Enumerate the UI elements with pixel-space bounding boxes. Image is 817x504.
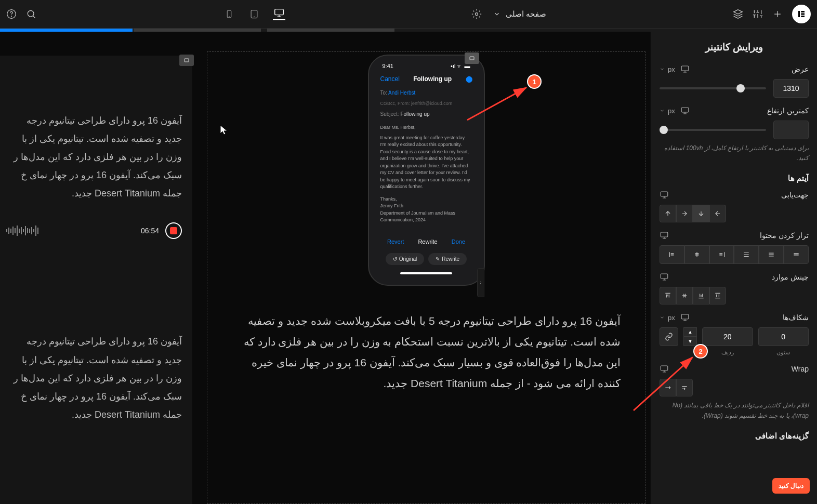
gap-col-input[interactable]: [758, 327, 809, 346]
justify-end[interactable]: [709, 245, 734, 264]
mouse-cursor: [219, 124, 229, 136]
phone-pills: ↺ Original ✎ Rewrite: [374, 250, 479, 268]
side-text-1: آیفون 16 پرو دارای طراحی تیتانیوم درجه ج…: [6, 112, 182, 203]
top-toolbar: صفحه اصلی: [0, 0, 817, 29]
svg-rect-9: [801, 14, 805, 15]
waveform: [6, 223, 135, 238]
justify-control: تراز کردن محتوا: [660, 231, 809, 264]
panel-title: ویرایش کانتینر: [660, 41, 809, 53]
page-label: صفحه اصلی: [506, 9, 546, 19]
side-column: آیفون 16 پرو دارای طراحی تیتانیوم درجه ج…: [0, 56, 192, 504]
settings-icon[interactable]: [471, 9, 482, 19]
search-icon[interactable]: [26, 9, 36, 19]
responsive-icon[interactable]: [680, 64, 690, 74]
svg-rect-19: [681, 314, 689, 319]
justify-start[interactable]: [660, 245, 684, 264]
svg-rect-10: [801, 16, 805, 17]
justify-between[interactable]: [734, 245, 759, 264]
watermark: دنبال کنید: [772, 478, 810, 494]
arrow-annotation-1: [465, 84, 532, 125]
extra-section-header: گزینه‌های اضافی: [660, 431, 809, 441]
svg-rect-7: [798, 11, 800, 17]
add-icon[interactable]: [772, 9, 783, 19]
justify-label: تراز کردن محتوا: [760, 231, 809, 240]
record-button[interactable]: [165, 222, 182, 239]
sliders-icon[interactable]: [753, 9, 763, 19]
responsive-icon[interactable]: [680, 106, 690, 115]
responsive-icon[interactable]: [660, 190, 669, 200]
container-handle-right[interactable]: [465, 52, 479, 64]
svg-point-2: [28, 10, 34, 17]
help-icon[interactable]: [6, 9, 17, 19]
align-center[interactable]: [676, 287, 693, 304]
svg-rect-8: [801, 11, 805, 12]
page-selector[interactable]: صفحه اصلی: [493, 9, 546, 19]
align-start[interactable]: [660, 287, 676, 304]
phone-home-bar: [400, 272, 452, 274]
callout-2: 2: [693, 344, 708, 359]
gap-row-input[interactable]: [702, 327, 753, 346]
pill-rewrite: ✎ Rewrite: [428, 253, 467, 265]
direction-up[interactable]: [660, 205, 676, 222]
gaps-label: شکاف‌ها: [783, 313, 809, 322]
phone-cc: Cc/Bcc, From: jenfrith@icloud.com: [374, 99, 479, 108]
align-end[interactable]: [693, 287, 709, 304]
justify-center[interactable]: [684, 245, 709, 264]
align-stretch[interactable]: [709, 287, 726, 304]
min-height-slider[interactable]: [660, 129, 766, 131]
svg-point-1: [11, 16, 12, 17]
gap-row-label: ردیف: [721, 349, 734, 356]
layers-icon[interactable]: [733, 9, 743, 19]
phone-cancel: Cancel: [380, 75, 400, 83]
arrow-annotation-2: [631, 353, 699, 416]
svg-line-13: [467, 88, 526, 120]
tablet-device-btn[interactable]: [248, 8, 260, 20]
direction-label: جهت‌یابی: [781, 191, 809, 199]
min-height-label: کمترین ارتفاع: [767, 107, 809, 115]
direction-left[interactable]: [709, 205, 726, 222]
panel-toggle[interactable]: [477, 268, 484, 297]
phone-rewrite: Rewrite: [418, 238, 437, 245]
width-unit[interactable]: px: [660, 65, 675, 73]
callout-1: 1: [527, 74, 542, 89]
svg-rect-17: [661, 232, 668, 237]
align-control: چینش موارد: [660, 272, 809, 304]
width-slider[interactable]: [660, 87, 766, 89]
min-height-input[interactable]: [773, 121, 809, 139]
svg-rect-16: [661, 192, 668, 196]
min-height-unit[interactable]: px: [660, 107, 675, 115]
responsive-icon[interactable]: [680, 313, 690, 322]
gaps-unit[interactable]: px: [660, 314, 675, 322]
recording-bar: 06:54: [6, 222, 182, 239]
responsive-icon[interactable]: [660, 272, 669, 282]
svg-point-6: [476, 13, 478, 16]
svg-line-21: [634, 357, 692, 410]
direction-control: جهت‌یابی: [660, 190, 809, 222]
canvas[interactable]: آیفون 16 پرو دارای طراحی تیتانیوم درجه ج…: [0, 32, 651, 504]
items-section-header: آیتم ها: [660, 174, 809, 183]
gap-spinner[interactable]: ▲▼: [683, 327, 697, 346]
justify-around[interactable]: [759, 245, 784, 264]
canvas-container[interactable]: 9:41•ıl ᯤ ▬ Cancel Following up ⬤ To: An…: [207, 51, 645, 504]
desktop-device-btn[interactable]: [273, 8, 285, 20]
direction-down[interactable]: [693, 205, 709, 222]
wrap-label: Wrap: [792, 365, 809, 373]
container-handle-left[interactable]: [179, 55, 194, 66]
phone-to: To: Andi Herbst: [374, 87, 479, 99]
elementor-logo[interactable]: [792, 5, 811, 23]
mobile-device-btn[interactable]: [223, 8, 235, 20]
svg-rect-18: [661, 274, 668, 278]
phone-compose-icon: ⬤: [466, 75, 472, 83]
phone-subject: Subject: Following up: [374, 108, 479, 120]
responsive-icon[interactable]: [660, 231, 669, 240]
width-control: عرض px: [660, 64, 809, 98]
direction-right[interactable]: [676, 205, 693, 222]
gaps-control: شکاف‌ها px ▲▼ ردیف ستون: [660, 313, 809, 356]
justify-evenly[interactable]: [784, 245, 809, 264]
min-height-helper: برای دستیابی به کانتینر با ارتفاع کامل، …: [660, 143, 809, 163]
width-input[interactable]: [773, 79, 809, 98]
phone-time: 9:41: [383, 63, 393, 69]
device-switcher: [223, 8, 285, 20]
gap-link-icon[interactable]: [660, 327, 678, 346]
svg-rect-14: [681, 66, 689, 71]
